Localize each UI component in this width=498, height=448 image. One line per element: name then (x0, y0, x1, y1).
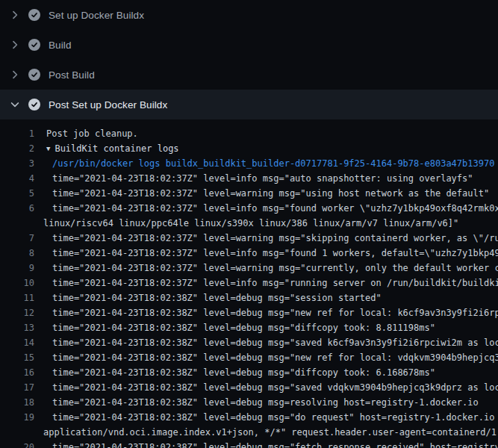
line-number[interactable]: 3 (0, 156, 34, 171)
log-text: application/vnd.oci.image.index.v1+json,… (34, 425, 498, 440)
log-line-19: 19 time="2021-04-23T18:02:38Z" level=deb… (0, 410, 498, 425)
step-label: Post Set up Docker Buildx (49, 99, 167, 111)
step-header-set-up-docker-buildx[interactable]: Set up Docker Buildx (0, 0, 498, 30)
line-number[interactable]: 9 (0, 261, 34, 276)
line-number[interactable]: 10 (0, 276, 34, 290)
log-line-wrap: linux/riscv64 linux/ppc64le linux/s390x … (0, 216, 498, 231)
log-line-3: 3 /usr/bin/docker logs buildx_buildkit_b… (0, 156, 498, 171)
log-line-14: 14 time="2021-04-23T18:02:38Z" level=deb… (0, 335, 498, 350)
log-text: time="2021-04-23T18:02:37Z" level=info m… (34, 246, 498, 261)
log-line-5: 5 time="2021-04-23T18:02:37Z" level=warn… (0, 186, 498, 201)
log-text: time="2021-04-23T18:02:38Z" level=debug … (34, 410, 498, 425)
step-label: Set up Docker Buildx (49, 10, 144, 21)
log-line-2: 2 ▼BuildKit container logs (0, 141, 498, 156)
log-line-16: 16 time="2021-04-23T18:02:38Z" level=deb… (0, 365, 498, 380)
check-circle-icon (28, 39, 40, 51)
log-text: time="2021-04-23T18:02:38Z" level=debug … (34, 320, 435, 335)
log-line-11: 11 time="2021-04-23T18:02:38Z" level=deb… (0, 290, 498, 305)
line-number[interactable]: 8 (0, 246, 34, 261)
chevron-down-icon[interactable] (9, 99, 21, 111)
line-number[interactable]: 15 (0, 350, 34, 365)
line-number (0, 216, 34, 231)
log-text: time="2021-04-23T18:02:38Z" level=debug … (34, 440, 498, 448)
line-number[interactable]: 1 (0, 126, 34, 141)
log-text: time="2021-04-23T18:02:37Z" level=warnin… (34, 231, 498, 246)
chevron-right-icon[interactable] (9, 39, 21, 51)
log-text: time="2021-04-23T18:02:37Z" level=info m… (34, 171, 473, 186)
check-circle-icon (28, 69, 40, 81)
log-text: time="2021-04-23T18:02:38Z" level=debug … (34, 350, 498, 365)
step-header-post-set-up-docker-buildx[interactable]: Post Set up Docker Buildx (0, 90, 498, 119)
log-line-6: 6 time="2021-04-23T18:02:37Z" level=info… (0, 201, 498, 216)
step-label: Build (49, 40, 72, 51)
line-number[interactable]: 4 (0, 171, 34, 186)
step-label: Post Build (49, 69, 95, 81)
line-number[interactable]: 7 (0, 231, 34, 246)
line-number[interactable]: 12 (0, 305, 34, 320)
step-header-post-build[interactable]: Post Build (0, 60, 498, 90)
log-text: time="2021-04-23T18:02:38Z" level=debug … (34, 305, 498, 320)
log-line-4: 4 time="2021-04-23T18:02:37Z" level=info… (0, 171, 498, 186)
log-line-7: 7 time="2021-04-23T18:02:37Z" level=warn… (0, 231, 498, 246)
log-text: time="2021-04-23T18:02:38Z" level=debug … (34, 290, 382, 305)
log-text: time="2021-04-23T18:02:37Z" level=info m… (34, 201, 498, 216)
log-line-1: 1 Post job cleanup. (0, 126, 498, 141)
line-number[interactable]: 19 (0, 410, 34, 425)
log-text: time="2021-04-23T18:02:37Z" level=warnin… (34, 186, 489, 201)
log-text: time="2021-04-23T18:02:38Z" level=debug … (34, 365, 435, 380)
line-number[interactable]: 17 (0, 380, 34, 395)
log-line-15: 15 time="2021-04-23T18:02:38Z" level=deb… (0, 350, 498, 365)
line-number (0, 425, 34, 440)
step-header-build[interactable]: Build (0, 30, 498, 60)
line-number[interactable]: 11 (0, 290, 34, 305)
step-list: Set up Docker Buildx Build Post Build (0, 0, 498, 119)
check-circle-icon (28, 9, 40, 21)
log-command-text: /usr/bin/docker logs buildx_buildkit_bui… (34, 156, 494, 171)
log-line-10: 10 time="2021-04-23T18:02:37Z" level=inf… (0, 276, 498, 290)
triangle-down-icon[interactable]: ▼ (46, 141, 50, 156)
line-number[interactable]: 20 (0, 440, 34, 448)
log-text: Post job cleanup. (34, 126, 138, 141)
log-text: time="2021-04-23T18:02:38Z" level=debug … (34, 380, 498, 395)
log-line-13: 13 time="2021-04-23T18:02:38Z" level=deb… (0, 320, 498, 335)
log-line-wrap: application/vnd.oci.image.index.v1+json,… (0, 425, 498, 440)
log-line-17: 17 time="2021-04-23T18:02:38Z" level=deb… (0, 380, 498, 395)
log-group-title[interactable]: BuildKit container logs (55, 143, 178, 154)
log-output: 1 Post job cleanup. 2 ▼BuildKit containe… (0, 119, 498, 448)
chevron-right-icon[interactable] (9, 69, 21, 81)
log-text: time="2021-04-23T18:02:38Z" level=debug … (34, 395, 479, 410)
line-number[interactable]: 16 (0, 365, 34, 380)
check-circle-icon (28, 99, 40, 111)
chevron-right-icon[interactable] (9, 9, 21, 21)
log-line-12: 12 time="2021-04-23T18:02:38Z" level=deb… (0, 305, 498, 320)
line-number[interactable]: 18 (0, 395, 34, 410)
line-number[interactable]: 13 (0, 320, 34, 335)
log-text: linux/riscv64 linux/ppc64le linux/s390x … (34, 216, 458, 231)
log-line-20: 20 time="2021-04-23T18:02:38Z" level=deb… (0, 440, 498, 448)
log-text: time="2021-04-23T18:02:37Z" level=info m… (34, 276, 498, 290)
log-line-9: 9 time="2021-04-23T18:02:37Z" level=warn… (0, 261, 498, 276)
line-number[interactable]: 6 (0, 201, 34, 216)
log-line-8: 8 time="2021-04-23T18:02:37Z" level=info… (0, 246, 498, 261)
line-number[interactable]: 2 (0, 141, 34, 156)
log-text: time="2021-04-23T18:02:38Z" level=debug … (34, 335, 498, 350)
line-number[interactable]: 14 (0, 335, 34, 350)
line-number[interactable]: 5 (0, 186, 34, 201)
workflow-log-panel: Set up Docker Buildx Build Post Build (0, 0, 498, 448)
log-text: time="2021-04-23T18:02:37Z" level=warnin… (34, 261, 498, 276)
log-line-18: 18 time="2021-04-23T18:02:38Z" level=deb… (0, 395, 498, 410)
log-text: ▼BuildKit container logs (34, 141, 179, 156)
